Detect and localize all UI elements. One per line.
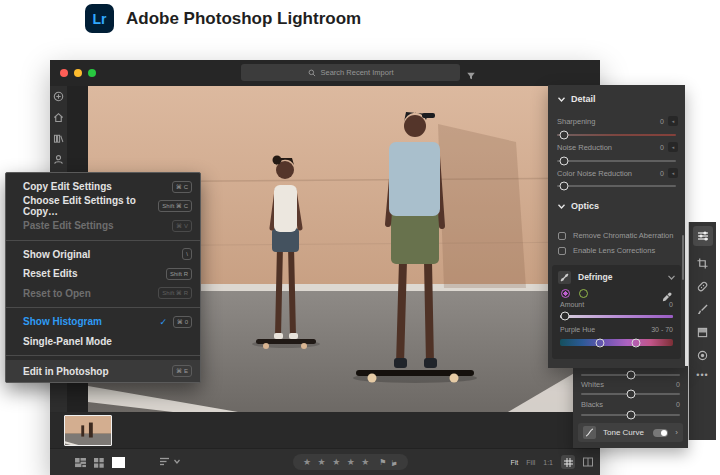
- menu-item-reset-edits[interactable]: Reset Edits Shift R: [6, 264, 200, 284]
- defringe-header[interactable]: Defringe: [558, 270, 675, 284]
- brush-tool-button[interactable]: [697, 304, 708, 315]
- sharpening-slider[interactable]: [557, 134, 676, 136]
- filter-icon[interactable]: [466, 67, 476, 85]
- chevron-down-icon[interactable]: [668, 275, 675, 280]
- slider-knob[interactable]: [626, 371, 635, 380]
- my-photos-icon[interactable]: [53, 133, 64, 144]
- defringe-title: Defringe: [578, 272, 661, 282]
- range-knob-high[interactable]: [631, 338, 640, 347]
- chevron-right-icon[interactable]: ›: [675, 428, 678, 437]
- slider-value: 0: [676, 401, 680, 408]
- slider-value: 0: [660, 144, 664, 151]
- detail-panel-header[interactable]: Detail: [558, 94, 596, 104]
- crop-tool-button[interactable]: [697, 258, 708, 269]
- panel-scrollbar[interactable]: [682, 235, 684, 280]
- range-knob-low[interactable]: [595, 338, 604, 347]
- grid-overlay-icon[interactable]: [561, 455, 575, 469]
- enable-lens-corrections-row: Enable Lens Corrections: [558, 246, 677, 255]
- menu-item-single-panel-mode[interactable]: Single-Panel Mode: [6, 332, 200, 352]
- green-swatch[interactable]: [579, 289, 588, 298]
- shortcut-badge: ⌘ C: [172, 181, 192, 193]
- home-icon[interactable]: [53, 112, 64, 123]
- square-grid-view-icon[interactable]: [94, 458, 104, 468]
- zoom-1to1-option[interactable]: 1:1: [543, 459, 553, 466]
- more-tools-button[interactable]: •••: [696, 373, 708, 377]
- people-icon[interactable]: [53, 154, 64, 165]
- expand-subsliders-button[interactable]: ◂: [668, 142, 678, 152]
- slider-knob[interactable]: [626, 390, 635, 399]
- slider-value: 0: [676, 381, 680, 388]
- expand-subsliders-button[interactable]: ◂: [668, 168, 678, 178]
- sharpening-row: Sharpening 0 ◂: [557, 116, 678, 126]
- slider-value: 0: [669, 301, 673, 308]
- menu-item-show-histogram[interactable]: Show Histogram ✓ ⌘ 0: [6, 312, 200, 332]
- detail-view-icon[interactable]: [112, 457, 125, 468]
- photo-grid-view-icon[interactable]: [75, 458, 86, 468]
- close-window-button[interactable]: [60, 69, 68, 77]
- slider-knob[interactable]: [560, 312, 569, 321]
- checkbox[interactable]: [558, 232, 566, 240]
- zoom-fill-option[interactable]: Fill: [526, 459, 535, 466]
- purple-hue-row: Purple Hue 30 - 70: [560, 326, 673, 333]
- optics-panel-header[interactable]: Optics: [558, 201, 599, 211]
- menu-divider: [6, 307, 200, 308]
- blacks-slider[interactable]: [581, 414, 680, 416]
- split-view-icon[interactable]: [583, 457, 593, 467]
- zoom-controls: Fit Fill 1:1: [511, 455, 593, 469]
- healing-brush-tool-button[interactable]: [697, 281, 708, 292]
- whites-row: Whites 0: [581, 380, 680, 389]
- slider-label: Amount: [560, 301, 584, 308]
- menu-item-show-original[interactable]: Show Original \: [6, 245, 200, 265]
- amount-slider[interactable]: [560, 315, 673, 318]
- menu-item-edit-in-photoshop[interactable]: Edit in Photoshop ⌘ E: [6, 360, 200, 382]
- minimize-window-button[interactable]: [74, 69, 82, 77]
- whites-slider[interactable]: [581, 393, 680, 395]
- checkbox[interactable]: [558, 247, 566, 255]
- blacks-row: Blacks 0: [581, 400, 680, 409]
- checkbox-label: Enable Lens Corrections: [573, 246, 655, 255]
- slider-label: Color Noise Reduction: [557, 169, 632, 178]
- menu-item-label: Reset to Open: [23, 288, 91, 299]
- flag-group: ⚑ ⚑: [379, 458, 397, 467]
- shortcut-badge: ⌘ V: [172, 220, 192, 232]
- slider-label: Whites: [581, 380, 604, 389]
- search-icon: [308, 69, 316, 77]
- rating-flag-pill: ★ ★ ★ ★ ★ ⚑ ⚑: [293, 454, 408, 470]
- amount-row: Amount 0: [560, 301, 673, 308]
- app-title: Adobe Photoshop Lightroom: [126, 9, 361, 29]
- slider-knob[interactable]: [560, 131, 569, 140]
- zoom-fit-option[interactable]: Fit: [511, 459, 519, 466]
- reject-flag-icon[interactable]: ⚑: [391, 458, 398, 467]
- shortcut-badge: Shift R: [166, 268, 192, 280]
- slider-knob[interactable]: [560, 182, 569, 191]
- linear-gradient-tool-button[interactable]: [697, 327, 708, 338]
- zoom-window-button[interactable]: [88, 69, 96, 77]
- context-menu: Copy Edit Settings ⌘ C Choose Edit Setti…: [5, 172, 201, 383]
- tone-curve-toggle[interactable]: [653, 429, 668, 437]
- menu-item-choose-edit-settings[interactable]: Choose Edit Settings to Copy… Shift ⌘ C: [6, 197, 200, 217]
- expand-subsliders-button[interactable]: ◂: [668, 116, 678, 126]
- noise-reduction-slider[interactable]: [557, 160, 676, 162]
- shortcut-badge: \: [182, 248, 192, 260]
- partial-slider[interactable]: [581, 374, 680, 376]
- pick-flag-icon[interactable]: ⚑: [379, 458, 386, 467]
- menu-divider: [6, 355, 200, 356]
- star-rating[interactable]: ★ ★ ★ ★ ★: [303, 457, 371, 467]
- view-mode-group: [75, 457, 125, 468]
- edit-tool-button[interactable]: [693, 226, 713, 246]
- slider-label: Blacks: [581, 400, 603, 409]
- sort-control[interactable]: [160, 457, 180, 466]
- slider-value: 0: [660, 118, 664, 125]
- color-noise-reduction-slider[interactable]: [557, 185, 676, 187]
- tone-curve-bar[interactable]: Tone Curve ›: [578, 423, 683, 442]
- slider-knob[interactable]: [560, 157, 569, 166]
- purple-hue-slider[interactable]: [560, 339, 673, 346]
- search-input[interactable]: Search Recent Import: [241, 64, 460, 81]
- slider-knob[interactable]: [626, 411, 635, 420]
- add-photos-icon[interactable]: [53, 91, 64, 102]
- chevron-down-icon: [558, 204, 565, 209]
- radial-gradient-tool-button[interactable]: [697, 350, 708, 361]
- filmstrip-thumbnail-selected[interactable]: [64, 415, 112, 446]
- purple-swatch[interactable]: [561, 289, 570, 298]
- menu-item-copy-edit-settings[interactable]: Copy Edit Settings ⌘ C: [6, 177, 200, 197]
